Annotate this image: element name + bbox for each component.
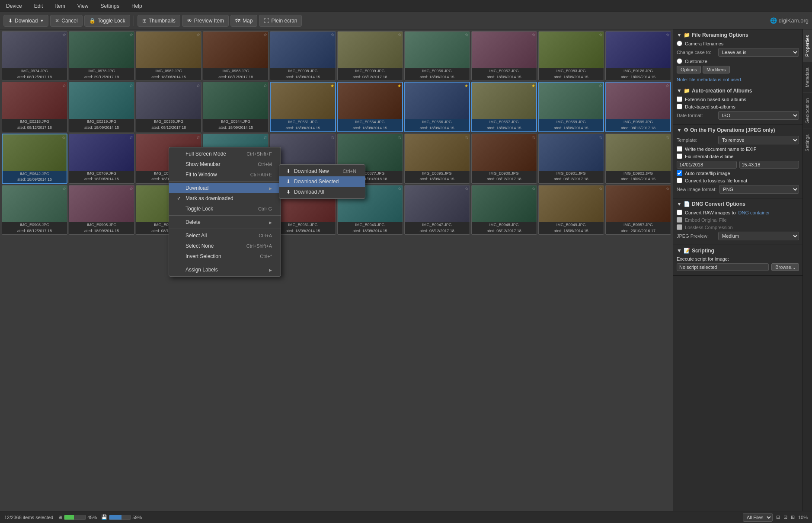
new-format-select[interactable]: PNG (719, 185, 799, 194)
list-item[interactable]: ☆IMG_E0902.JPGated: 18/09/2014 15 (605, 134, 671, 184)
embed-original-checkbox[interactable] (677, 217, 682, 223)
list-item[interactable]: ☆IMG_E0948.JPGated: 08/12/2017 18 (471, 185, 537, 234)
customize-radio[interactable] (677, 58, 682, 64)
file-renaming-header[interactable]: ▼ 📁 File Renaming Options (677, 32, 799, 38)
photo-filename: IMG_E0544.JPG (203, 119, 268, 125)
extension-sub-checkbox[interactable] (677, 96, 682, 102)
download-button[interactable]: ⬇ Download ▼ (3, 15, 48, 27)
list-item[interactable]: ☆IMG_E0642.JPGated: 18/09/2014 15 (2, 134, 67, 184)
tab-settings[interactable]: Settings (803, 129, 812, 157)
list-item[interactable]: ☆IMG_E0949.JPGated: 18/09/2014 15 (538, 185, 604, 234)
list-item[interactable]: ☆IMG_0983.JPGated: 08/12/2017 18 (203, 31, 269, 80)
ctx-show-menubar[interactable]: Show Menubar Ctrl+M (169, 159, 281, 169)
preview-item-button[interactable]: 👁 Preview Item (182, 15, 229, 27)
convert-lossless-checkbox[interactable] (677, 178, 682, 183)
ctx-invert-selection[interactable]: Invert Selection Ctrl+* (169, 251, 281, 262)
ctx-mark-downloaded[interactable]: ✓ Mark as downloaded (169, 193, 281, 204)
photo-filename: IMG_0982.JPG (136, 68, 201, 74)
list-item[interactable]: ☆IMG_E0056.JPGated: 18/09/2014 15 (404, 31, 470, 80)
ctx-fullscreen[interactable]: Full Screen Mode Ctrl+Shift+F (169, 149, 281, 159)
list-item[interactable]: ☆IMG_E0008.JPGated: 18/09/2014 15 (270, 31, 336, 80)
camera-filenames-radio[interactable] (677, 41, 682, 46)
menu-view[interactable]: View (75, 2, 91, 10)
ctx-download-new[interactable]: ⬇ Download New Ctrl+N (279, 166, 365, 176)
plein-ecran-button[interactable]: ⛶ Plein écran (259, 15, 302, 27)
list-item[interactable]: ☆IMG_E0544.JPGated: 18/09/2014 15 (203, 82, 269, 132)
list-item[interactable]: ☆IMG_0974.JPGated: 08/12/2017 18 (2, 31, 67, 80)
filter-select[interactable]: All Files (743, 513, 773, 522)
write-doc-checkbox[interactable] (677, 146, 682, 152)
list-item[interactable]: ★IMG_E0554.JPGated: 18/09/2014 15 (337, 82, 403, 132)
date-format-select[interactable]: ISO (718, 111, 799, 120)
menu-item[interactable]: Item (52, 2, 67, 10)
ctx-delete[interactable]: Delete (169, 217, 281, 227)
ctx-select-none[interactable]: Select None Ctrl+Shift+A (169, 241, 281, 251)
statusbar: 12/2368 items selected 🖥 45% 💾 59% All F… (0, 511, 812, 523)
ctx-toggle-lock[interactable]: Toggle Lock Ctrl+G (169, 204, 281, 214)
star-icon: ☆ (62, 83, 66, 88)
ctx-download[interactable]: Download (169, 183, 281, 193)
ctx-fit-window[interactable]: Fit to Window Ctrl+Alt+E (169, 169, 281, 180)
tab-metadata[interactable]: Metadata (803, 62, 812, 92)
menu-help[interactable]: Help (129, 2, 145, 10)
list-item[interactable]: ☆IMG_E0009.JPGated: 08/12/2017 18 (337, 31, 403, 80)
jpeg-preview-select[interactable]: Medium (718, 232, 799, 240)
date-sub-checkbox[interactable] (677, 104, 682, 109)
list-item[interactable]: ☆IMG_0982.JPGated: 18/09/2014 15 (136, 31, 201, 80)
list-item[interactable]: ☆IMG_E0559.JPGated: 18/09/2014 15 (538, 82, 604, 132)
list-item[interactable]: ☆IMG_E0957.JPGated: 23/10/2016 17 (605, 185, 671, 234)
options-button[interactable]: Options (677, 66, 701, 73)
list-item[interactable]: ☆IMG_E0218.JPGated: 08/12/2017 18 (2, 82, 67, 132)
menu-device[interactable]: Device (3, 2, 25, 10)
list-item[interactable]: ★IMG_E0551.JPGated: 18/09/2014 15 (270, 82, 336, 132)
list-item[interactable]: ★IMG_E0556.JPGated: 18/09/2014 15 (404, 82, 470, 132)
convert-raw-checkbox[interactable] (677, 210, 682, 215)
date-input[interactable] (677, 161, 737, 169)
dng-convert-header[interactable]: ▼ 📄 DNG Convert Options (677, 201, 799, 207)
list-item[interactable]: ☆IMG_E0901.JPGated: 08/12/2017 18 (538, 134, 604, 184)
browse-button[interactable]: Browse... (771, 263, 799, 271)
list-item[interactable]: ☆IMG_E0895.JPGated: 18/09/2014 15 (404, 134, 470, 184)
auto-rotate-checkbox[interactable] (677, 170, 682, 176)
modifiers-button[interactable]: Modifiers (703, 66, 730, 73)
template-select[interactable]: To remove (718, 136, 799, 144)
lossless-checkbox[interactable] (677, 224, 682, 230)
list-item[interactable]: ☆IMG_E0900.JPGated: 08/12/2017 18 (471, 134, 537, 184)
list-item[interactable]: ☆IMG_E0903.JPGated: 08/12/2017 18 (2, 185, 67, 234)
change-case-select[interactable]: Leave as-is (718, 48, 799, 57)
collapse-icon-5: ▼ (677, 248, 682, 254)
list-item[interactable]: ☆IMG_E0219.JPGated: 18/09/2014 15 (69, 82, 134, 132)
photo-grid-area[interactable]: ☆IMG_0974.JPGated: 08/12/2017 18☆IMG_097… (0, 29, 673, 523)
toggle-lock-button[interactable]: 🔒 Toggle Lock (84, 15, 130, 27)
fix-date-checkbox[interactable] (677, 153, 682, 159)
list-item[interactable]: ☆IMG_0978.JPGated: 29/12/2017 19 (69, 31, 134, 80)
map-button[interactable]: 🗺 Map (230, 15, 257, 27)
time-input[interactable] (739, 161, 799, 169)
ctx-download-selected[interactable]: ⬇ Download Selected (279, 176, 365, 187)
photo-date: ated: 18/09/2014 15 (539, 125, 603, 131)
ctx-assign-labels[interactable]: Assign Labels (169, 265, 281, 275)
ctx-select-all[interactable]: Select All Ctrl+A (169, 230, 281, 241)
list-item[interactable]: ☆IMG_E0335.JPGated: 08/12/2017 18 (136, 82, 201, 132)
list-item[interactable]: ☆IMG_E0057.JPGated: 18/09/2014 15 (471, 31, 537, 80)
scripting-header[interactable]: ▼ 📝 Scripting (677, 248, 799, 254)
script-path-input[interactable] (677, 263, 769, 271)
tab-geolocation[interactable]: Geolocation (803, 92, 812, 129)
list-item[interactable]: ☆IMG_E0126.JPGated: 18/09/2014 15 (605, 31, 671, 80)
list-item[interactable]: ☆IMG_E0083.JPGated: 18/09/2014 15 (538, 31, 604, 80)
list-item[interactable]: ☆IMG_E0905.JPGated: 18/09/2014 15 (69, 185, 134, 234)
tab-properties[interactable]: Properties (803, 29, 812, 62)
ctx-download-all[interactable]: ⬇ Download All (279, 187, 365, 197)
dng-container-link[interactable]: DNG container (738, 210, 770, 215)
thumbnails-button[interactable]: ⊞ Thumbnails (137, 15, 180, 27)
menu-edit[interactable]: Edit (32, 2, 46, 10)
star-icon: ☆ (666, 186, 670, 191)
auto-creation-header[interactable]: ▼ 📁 Auto-creation of Albums (677, 88, 799, 94)
menu-settings[interactable]: Settings (98, 2, 122, 10)
on-the-fly-header[interactable]: ▼ ⚙ On the Fly Operations (JPEG only) (677, 127, 799, 133)
list-item[interactable]: ☆IMG_E0947.JPGated: 08/12/2017 18 (404, 185, 470, 234)
list-item[interactable]: ☆IMG_E0769.JPGated: 18/09/2014 15 (69, 134, 134, 184)
list-item[interactable]: ★IMG_E0557.JPGated: 18/09/2014 15 (471, 82, 537, 132)
list-item[interactable]: ☆IMG_E0595.JPGated: 08/12/2017 18 (605, 82, 671, 132)
cancel-button[interactable]: ✕ Cancel (50, 15, 82, 27)
